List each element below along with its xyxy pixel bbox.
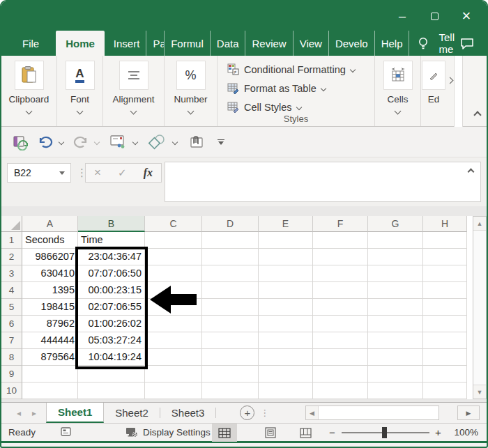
row-header-9[interactable]: 9 [1, 366, 22, 383]
customize-qat-button[interactable] [218, 139, 224, 145]
normal-view-button[interactable] [212, 424, 237, 442]
row-header-5[interactable]: 5 [1, 299, 22, 316]
row-header-10[interactable]: 10 [1, 383, 22, 399]
row-header-1[interactable]: 1 [1, 232, 22, 249]
horizontal-scrollbar[interactable]: ◀ [305, 405, 439, 420]
cell-G2[interactable] [368, 249, 423, 265]
cancel-button[interactable]: × [94, 166, 101, 180]
tab-developer[interactable]: Develo [329, 31, 375, 56]
refresh-button[interactable] [10, 132, 32, 153]
cell-B4[interactable]: 00:00:23:15 [78, 282, 145, 299]
cell-C5[interactable] [145, 299, 202, 316]
tab-home[interactable]: Home [56, 31, 105, 56]
cell-C4[interactable] [145, 282, 202, 299]
number-group-button[interactable]: % Number [165, 56, 218, 126]
scroll-down-button[interactable]: ▼ [473, 385, 486, 399]
format-as-table-button[interactable]: Format as Table [227, 79, 326, 98]
cell-G7[interactable] [368, 332, 423, 349]
tab-page-layout[interactable]: Page La [146, 31, 165, 56]
cell-D5[interactable] [202, 299, 259, 316]
maximize-button[interactable] [418, 1, 450, 31]
cell-F2[interactable] [313, 249, 368, 265]
tab-data[interactable]: Data [211, 31, 246, 56]
row-header-2[interactable]: 2 [1, 249, 22, 265]
cell-D3[interactable] [202, 265, 259, 282]
next-sheet-button[interactable]: ▸ [32, 408, 36, 418]
close-button[interactable]: × [450, 1, 482, 31]
cell-E5[interactable] [259, 299, 313, 316]
cell-D4[interactable] [202, 282, 259, 299]
cell-G8[interactable] [368, 349, 423, 366]
cell-H7[interactable] [423, 332, 467, 349]
cell-C7[interactable] [145, 332, 202, 349]
cell-E7[interactable] [259, 332, 313, 349]
cell-F4[interactable] [313, 282, 368, 299]
cell-G3[interactable] [368, 265, 423, 282]
cell-B8[interactable]: 10:04:19:24 [78, 349, 145, 366]
undo-button[interactable] [35, 132, 56, 153]
cell-F7[interactable] [313, 332, 368, 349]
cell-F5[interactable] [313, 299, 368, 316]
column-header-E[interactable]: E [259, 216, 313, 232]
tab-insert[interactable]: Insert [107, 31, 147, 56]
cell-D9[interactable] [202, 366, 259, 383]
cell-H10[interactable] [423, 383, 467, 399]
cell-D6[interactable] [202, 316, 259, 332]
redo-button[interactable] [70, 132, 91, 153]
cell-B3[interactable]: 07:07:06:50 [78, 265, 145, 282]
cell-H8[interactable] [423, 349, 467, 366]
name-box-dropdown-icon[interactable] [59, 171, 65, 175]
cell-C10[interactable] [145, 383, 202, 399]
cell-B2[interactable]: 23:04:36:47 [78, 249, 145, 265]
mail-note-dropdown[interactable] [132, 139, 138, 144]
cell-F9[interactable] [313, 366, 368, 383]
column-header-A[interactable]: A [22, 216, 78, 232]
row-header-4[interactable]: 4 [1, 282, 22, 299]
cell-E4[interactable] [259, 282, 313, 299]
row-header-3[interactable]: 3 [1, 265, 22, 282]
tab-view[interactable]: View [293, 31, 329, 56]
cell-C2[interactable] [145, 249, 202, 265]
cell-G6[interactable] [368, 316, 423, 332]
conditional-formatting-button[interactable]: ≠ Conditional Formatting [227, 60, 355, 79]
cell-B6[interactable]: 01:00:26:02 [78, 316, 145, 332]
cell-H2[interactable] [423, 249, 467, 265]
cell-E10[interactable] [259, 383, 313, 399]
cell-H9[interactable] [423, 366, 467, 383]
minimize-button[interactable]: – [386, 1, 418, 31]
cell-B7[interactable]: 05:03:27:24 [78, 332, 145, 349]
cell-G9[interactable] [368, 366, 423, 383]
page-layout-view-button[interactable] [258, 424, 283, 442]
editing-group-button[interactable]: Ed [421, 56, 446, 126]
comments-button[interactable] [460, 31, 487, 56]
redo-dropdown[interactable] [94, 139, 100, 144]
tab-help[interactable]: Help [375, 31, 410, 56]
cell-A1[interactable]: Seconds [22, 232, 78, 249]
row-header-6[interactable]: 6 [1, 316, 22, 332]
row-header-8[interactable]: 8 [1, 349, 22, 366]
zoom-out-button[interactable]: − [329, 426, 335, 438]
shapes-dropdown[interactable] [172, 139, 178, 144]
cell-F6[interactable] [313, 316, 368, 332]
column-header-C[interactable]: C [145, 216, 202, 232]
insert-function-button[interactable]: fx [144, 167, 153, 179]
cell-F10[interactable] [313, 383, 368, 399]
row-header-7[interactable]: 7 [1, 332, 22, 349]
page-break-preview-button[interactable] [293, 424, 318, 442]
cell-A8[interactable]: 879564 [22, 349, 78, 366]
cell-A10[interactable] [22, 383, 78, 399]
sheet-tab-sheet1[interactable]: Sheet1 [46, 403, 104, 423]
cell-A3[interactable]: 630410 [22, 265, 78, 282]
collapse-ribbon-button[interactable] [475, 108, 480, 121]
cell-E8[interactable] [259, 349, 313, 366]
cell-A7[interactable]: 444444 [22, 332, 78, 349]
cell-B10[interactable] [78, 383, 145, 399]
cell-D7[interactable] [202, 332, 259, 349]
scroll-up-button[interactable]: ▲ [473, 217, 486, 231]
formula-input[interactable] [165, 162, 481, 202]
column-header-B[interactable]: B [78, 216, 145, 232]
cell-H6[interactable] [423, 316, 467, 332]
column-header-F[interactable]: F [313, 216, 368, 232]
undo-dropdown[interactable] [59, 139, 64, 144]
cell-E3[interactable] [259, 265, 313, 282]
